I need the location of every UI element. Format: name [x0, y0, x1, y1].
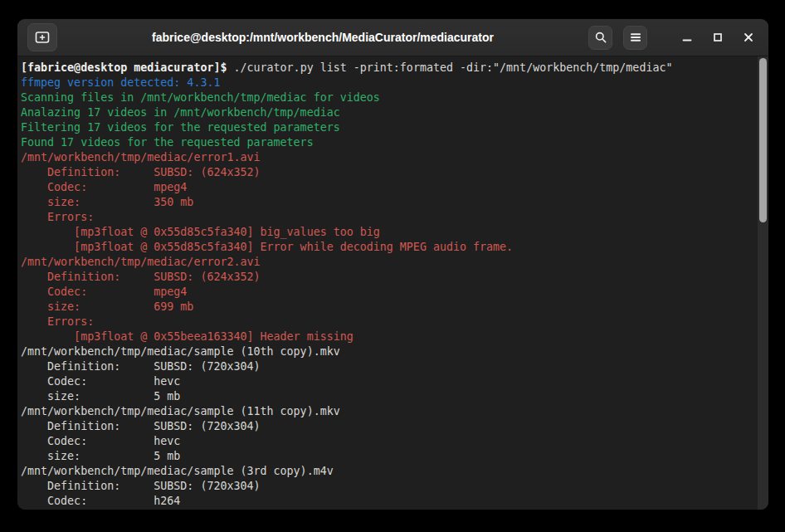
- terminal-line: size: 350 mb: [21, 195, 755, 210]
- new-tab-icon: [35, 31, 50, 44]
- hamburger-menu-icon: [630, 32, 641, 42]
- terminal-line: Scanning files in /mnt/workbench/tmp/med…: [21, 90, 755, 105]
- minimize-button[interactable]: [677, 27, 697, 47]
- terminal-line: Found 17 videos for the requested parame…: [21, 135, 755, 150]
- terminal-line: size: 699 mb: [21, 300, 755, 315]
- terminal-line: Codec: h264: [21, 494, 755, 509]
- terminal-line: [mp3float @ 0x55d85c5fa340] big_values t…: [21, 225, 755, 240]
- terminal-line: /mnt/workbench/tmp/mediac/sample (3rd co…: [21, 464, 755, 479]
- titlebar[interactable]: fabrice@desktop:/mnt/workbench/MediaCura…: [17, 19, 768, 56]
- terminal-line: Filtering 17 videos for the requested pa…: [21, 120, 755, 135]
- terminal-line: Definition: SUBSD: (720x304): [21, 359, 755, 374]
- terminal-line: /mnt/workbench/tmp/mediac/error2.avi: [21, 255, 755, 270]
- search-icon: [594, 31, 607, 44]
- terminal-line: [mp3float @ 0x55d85c5fa340] Error while …: [21, 240, 755, 255]
- maximize-button[interactable]: [708, 27, 728, 47]
- search-button[interactable]: [588, 26, 612, 50]
- terminal-line: Codec: mpeg4: [21, 180, 755, 195]
- terminal-screen[interactable]: [fabrice@desktop mediacurator]$ ./curato…: [17, 56, 768, 510]
- terminal-line: /mnt/workbench/tmp/mediac/sample (10th c…: [21, 344, 755, 359]
- terminal-window: fabrice@desktop:/mnt/workbench/MediaCura…: [17, 19, 768, 510]
- close-button[interactable]: [739, 27, 758, 47]
- terminal-output: [fabrice@desktop mediacurator]$ ./curato…: [21, 61, 755, 509]
- terminal-line: Definition: SUBSD: (720x304): [21, 419, 755, 434]
- terminal-line: Errors:: [21, 315, 755, 329]
- window-title: fabrice@desktop:/mnt/workbench/MediaCura…: [57, 31, 588, 44]
- terminal-line: Analazing 17 videos in /mnt/workbench/tm…: [21, 105, 755, 120]
- terminal-line: [fabrice@desktop mediacurator]$ ./curato…: [21, 61, 755, 76]
- terminal-line: [mp3float @ 0x55beea163340] Header missi…: [21, 329, 755, 344]
- terminal-line: /mnt/workbench/tmp/mediac/sample (11th c…: [21, 404, 755, 419]
- terminal-line: size: 5 mb: [21, 389, 755, 404]
- terminal-line: Definition: SUBSD: (624x352): [21, 270, 755, 285]
- scrollbar-thumb[interactable]: [759, 58, 767, 222]
- terminal-line: Errors:: [21, 210, 755, 225]
- terminal-line: ffmpeg version detected: 4.3.1: [21, 76, 755, 90]
- new-tab-button[interactable]: [27, 23, 57, 51]
- terminal-line: /mnt/workbench/tmp/mediac/error1.avi: [21, 150, 755, 165]
- terminal-line: Codec: mpeg4: [21, 285, 755, 300]
- terminal-line: Definition: SUBSD: (624x352): [21, 165, 755, 180]
- terminal-line: Codec: hevc: [21, 434, 755, 449]
- menu-button[interactable]: [623, 26, 647, 50]
- terminal-line: Definition: SUBSD: (720x304): [21, 479, 755, 494]
- terminal-line: Codec: hevc: [21, 374, 755, 389]
- close-icon: [743, 32, 754, 43]
- maximize-icon: [712, 32, 724, 43]
- scrollbar-track[interactable]: [758, 56, 768, 510]
- minimize-icon: [681, 32, 693, 43]
- terminal-line: size: 5 mb: [21, 449, 755, 464]
